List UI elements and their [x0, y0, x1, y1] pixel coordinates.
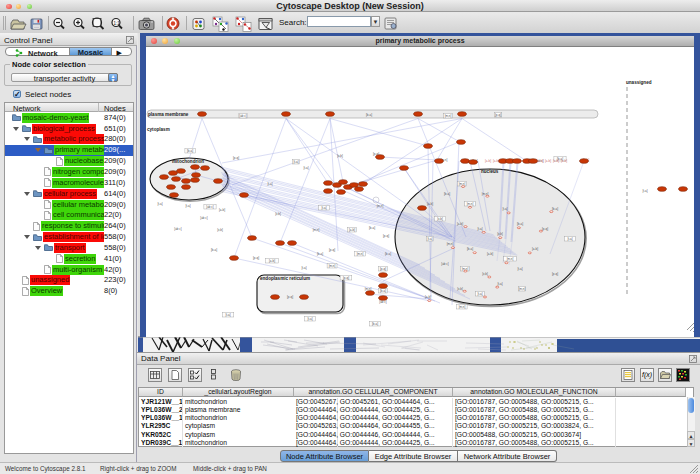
svg-text:[p-q]: [p-q]	[253, 256, 259, 260]
svg-text:[b-a]: [b-a]	[187, 149, 193, 153]
svg-text:[ab c]: [ab c]	[379, 300, 387, 304]
svg-text:mitochondrion: mitochondrion	[172, 159, 204, 164]
svg-text:endoplasmic reticulum: endoplasmic reticulum	[260, 276, 310, 281]
svg-text:[m,n]: [m,n]	[519, 287, 526, 291]
svg-text:[m,n]: [m,n]	[459, 305, 466, 309]
svg-text:[b-a]: [b-a]	[552, 207, 558, 211]
svg-text:[b-a]: [b-a]	[517, 222, 523, 226]
svg-text:[t-a]: [t-a]	[477, 292, 482, 296]
svg-text:plasma membrane: plasma membrane	[148, 112, 189, 117]
svg-text:[x,b]: [x,b]	[437, 217, 443, 221]
svg-text:[t-a]: [t-a]	[301, 266, 306, 270]
svg-text:[p-q]: [p-q]	[329, 248, 335, 252]
svg-text:[b-a]: [b-a]	[372, 322, 378, 326]
svg-text:[x,b]: [x,b]	[217, 228, 223, 232]
svg-text:[m,n]: [m,n]	[357, 252, 364, 256]
svg-text:[a-b]: [a-b]	[553, 159, 559, 163]
svg-text:[p-q]: [p-q]	[233, 156, 239, 160]
svg-text:[t-a]: [t-a]	[642, 189, 647, 193]
svg-text:[p-q]: [p-q]	[383, 234, 389, 238]
svg-text:[m,n]: [m,n]	[313, 228, 320, 232]
svg-text:[a-b]: [a-b]	[485, 159, 491, 163]
svg-text:[b-a]: [b-a]	[380, 289, 386, 293]
svg-text:[t-a]: [t-a]	[502, 207, 507, 211]
svg-text:[p-q]: [p-q]	[495, 113, 501, 117]
svg-text:[b-a]: [b-a]	[467, 247, 473, 251]
svg-text:[b-a]: [b-a]	[366, 113, 372, 117]
svg-text:[b-a]: [b-a]	[385, 252, 391, 256]
svg-text:[p-q]: [p-q]	[552, 272, 558, 276]
svg-text:[b-a]: [b-a]	[444, 192, 450, 196]
svg-text:[p-q]: [p-q]	[542, 227, 548, 231]
svg-text:[a-b]: [a-b]	[457, 222, 463, 226]
svg-text:[t-a]: [t-a]	[427, 237, 432, 241]
svg-text:[m,n]: [m,n]	[447, 242, 454, 246]
svg-text:[t-a]: [t-a]	[321, 206, 326, 210]
svg-text:[t-a]: [t-a]	[293, 160, 298, 164]
svg-text:[x,b]: [x,b]	[497, 232, 503, 236]
svg-text:[m,n]: [m,n]	[445, 114, 452, 118]
svg-text:[b-a]: [b-a]	[369, 226, 375, 230]
svg-text:nucleus: nucleus	[481, 169, 499, 174]
svg-text:[ab c]: [ab c]	[239, 114, 247, 118]
svg-text:cytoplasm: cytoplasm	[147, 127, 170, 132]
svg-text:[a-b]: [a-b]	[537, 159, 543, 163]
svg-text:[ab c]: [ab c]	[200, 216, 208, 220]
svg-text:[t-a]: [t-a]	[497, 282, 502, 286]
svg-text:[t-a]: [t-a]	[185, 204, 190, 208]
svg-text:[a-b]: [a-b]	[425, 295, 431, 299]
svg-text:[b-a]: [b-a]	[211, 248, 217, 252]
svg-text:[p-q]: [p-q]	[343, 276, 349, 280]
svg-text:[t-a]: [t-a]	[307, 317, 312, 321]
svg-text:[ab c]: [ab c]	[206, 205, 214, 209]
svg-text:[a-b]: [a-b]	[487, 252, 493, 256]
svg-text:[a-b]: [a-b]	[561, 159, 567, 163]
svg-text:[t-a]: [t-a]	[303, 166, 308, 170]
svg-text:[t-a]: [t-a]	[157, 202, 162, 206]
svg-text:[x,b]: [x,b]	[275, 212, 281, 216]
svg-text:[m,n]: [m,n]	[377, 204, 384, 208]
svg-text:[b-a]: [b-a]	[317, 252, 323, 256]
svg-text:[t-a]: [t-a]	[517, 267, 522, 271]
svg-text:[a-b]: [a-b]	[219, 208, 225, 212]
svg-text:[a-b]: [a-b]	[545, 159, 551, 163]
svg-text:[t-a]: [t-a]	[567, 237, 572, 241]
svg-text:[a-b]: [a-b]	[532, 247, 538, 251]
svg-text:[a-b]: [a-b]	[349, 228, 355, 232]
svg-text:[p-q]: [p-q]	[287, 295, 293, 299]
svg-text:[m,n]: [m,n]	[329, 264, 336, 268]
svg-text:[t-a]: [t-a]	[225, 313, 230, 317]
svg-text:[ab c]: [ab c]	[441, 262, 449, 266]
svg-text:[m,n]: [m,n]	[507, 257, 514, 261]
svg-text:[ab c]: [ab c]	[174, 227, 182, 231]
svg-text:[t-a]: [t-a]	[477, 227, 482, 231]
svg-text:[a-b]: [a-b]	[269, 259, 275, 263]
svg-text:[m,n]: [m,n]	[467, 202, 474, 206]
svg-text:[p-q]: [p-q]	[380, 267, 386, 271]
svg-text:[x,b]: [x,b]	[457, 287, 463, 291]
svg-text:[a-b]: [a-b]	[427, 202, 433, 206]
svg-text:[t-a]: [t-a]	[267, 182, 272, 186]
svg-text:[x,b]: [x,b]	[482, 272, 488, 276]
svg-text:unassigned: unassigned	[626, 80, 652, 85]
svg-text:[a-b]: [a-b]	[493, 159, 499, 163]
svg-text:1:1: 1:1	[114, 21, 121, 26]
svg-text:[x,b]: [x,b]	[337, 154, 343, 158]
